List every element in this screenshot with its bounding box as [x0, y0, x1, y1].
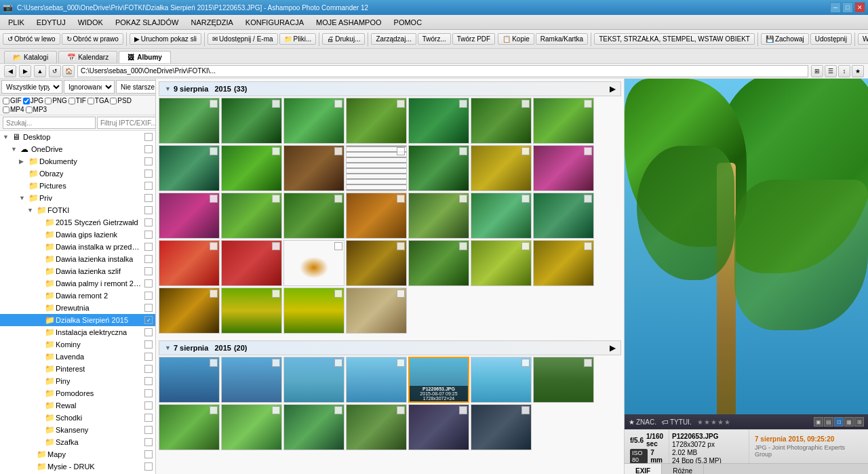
menu-plik[interactable]: PLIK: [3, 17, 30, 28]
minimize-button[interactable]: ─: [830, 2, 841, 13]
thumbnail-item[interactable]: [471, 98, 532, 144]
thumbnail-item[interactable]: [346, 240, 407, 286]
search-input[interactable]: [3, 117, 96, 129]
thumbnail-item[interactable]: [346, 193, 407, 239]
tree-checkbox[interactable]: [144, 353, 153, 361]
thumbnail-area[interactable]: ▼ 9 sierpnia 2015 (33) ▶: [156, 79, 624, 474]
tab-exif[interactable]: EXIF: [625, 464, 662, 474]
jpg-checkbox[interactable]: [23, 98, 30, 104]
thumbnail-item[interactable]: [283, 240, 344, 286]
thumb-checkbox[interactable]: [210, 290, 218, 298]
tree-item-piny[interactable]: 📁 Piny: [0, 375, 155, 387]
thumbnail-item[interactable]: [408, 240, 469, 286]
tif-checkbox-label[interactable]: TIF: [68, 97, 86, 104]
menu-ashampoo[interactable]: MOJE ASHAMPOO: [311, 17, 387, 28]
thumbnail-item[interactable]: [159, 357, 220, 403]
tree-checkbox[interactable]: ✓: [144, 316, 153, 324]
gif-checkbox-label[interactable]: GIF: [3, 97, 22, 104]
tree-item-dawia5[interactable]: 📁 Dawia palmy i remont 2015: [0, 277, 155, 290]
tree-item-pictures[interactable]: 📁 Pictures: [0, 180, 155, 192]
date-header-1[interactable]: ▼ 9 sierpnia 2015 (33) ▶: [159, 81, 621, 96]
thumb-checkbox[interactable]: [272, 406, 280, 414]
create-pdf-button[interactable]: Twórz PDF: [452, 33, 495, 45]
mp4-checkbox[interactable]: [3, 106, 9, 113]
thumbnail-item[interactable]: [346, 404, 407, 450]
menu-narzedzia[interactable]: NARZĘDZIA: [185, 17, 238, 28]
mp4-checkbox-label[interactable]: MP4: [3, 106, 24, 113]
tree-item-desktop[interactable]: ▼ 🖥 Desktop: [0, 131, 155, 143]
thumb-checkbox[interactable]: [521, 242, 530, 250]
home-button[interactable]: 🏠: [62, 65, 75, 77]
save-button[interactable]: 💾 Zachowaj: [761, 33, 809, 45]
thumbnail-item[interactable]: [221, 404, 282, 450]
view-btn-2[interactable]: ▤: [824, 417, 833, 427]
tree-checkbox[interactable]: [144, 170, 153, 178]
menu-pomoc[interactable]: POMOC: [389, 17, 428, 28]
files-button[interactable]: 📁 Pliki...: [279, 33, 317, 45]
thumbnail-item[interactable]: [408, 193, 469, 239]
tree-item-dzialka[interactable]: 📁 Działka Sierpień 2015 ✓: [0, 314, 155, 326]
thumb-checkbox[interactable]: [584, 147, 592, 155]
titlebar-controls[interactable]: ─ □ ✕: [830, 2, 865, 13]
thumb-checkbox[interactable]: [334, 290, 342, 298]
tree-checkbox[interactable]: [144, 389, 153, 397]
thumb-checkbox[interactable]: [459, 406, 467, 414]
tree-checkbox[interactable]: [144, 231, 153, 239]
view-btn-3[interactable]: ⊡: [834, 417, 844, 427]
thumbnail-item[interactable]: [471, 193, 532, 239]
star-3[interactable]: ★: [711, 418, 717, 426]
tree-item-dawia6[interactable]: 📁 Dawia remont 2: [0, 290, 155, 302]
manage-button[interactable]: Zarządzaj...: [371, 33, 416, 45]
thumbnail-item[interactable]: [283, 288, 344, 334]
thumbnail-item[interactable]: [346, 357, 407, 403]
star-5[interactable]: ★: [724, 418, 730, 426]
tree-item-fotki[interactable]: ▼ 📁 FOTKI: [0, 204, 155, 216]
tree-checkbox[interactable]: [144, 340, 153, 349]
tree-item-dawia4[interactable]: 📁 Dawia łazienka szlif: [0, 265, 155, 277]
tree-checkbox[interactable]: [144, 304, 153, 312]
thumb-checkbox[interactable]: [210, 359, 218, 367]
grid-view-icon[interactable]: ⊞: [811, 65, 823, 77]
tree-checkbox[interactable]: [144, 255, 153, 263]
thumbnail-item[interactable]: [533, 240, 594, 286]
tree-checkbox[interactable]: [144, 157, 153, 165]
slideshow-button[interactable]: ▶ Uruchom pokaz sli: [130, 33, 201, 45]
tree-checkbox[interactable]: [144, 267, 153, 275]
tree-checkbox[interactable]: [144, 450, 153, 458]
thumbnail-selected[interactable]: P1220653.JPG 2015-08-07 09:25 1728x3072×…: [408, 357, 469, 403]
thumbnail-item[interactable]: [346, 288, 407, 334]
forward-button[interactable]: ▶: [19, 65, 31, 77]
thumb-checkbox[interactable]: [397, 195, 405, 203]
back-button[interactable]: ◀: [4, 65, 16, 77]
thumb-checkbox[interactable]: [459, 195, 467, 203]
tree-checkbox[interactable]: [144, 438, 153, 446]
thumbnail-item[interactable]: [408, 145, 469, 191]
preview-area[interactable]: [625, 79, 868, 414]
tree-checkbox[interactable]: [144, 462, 153, 471]
tree-checkbox[interactable]: [144, 414, 153, 422]
view-btn-4[interactable]: ▦: [844, 417, 854, 427]
print-button[interactable]: 🖨 Drukuj...: [322, 33, 365, 45]
tree-checkbox[interactable]: [144, 206, 153, 214]
thumbnail-item[interactable]: [159, 240, 220, 286]
tab-rozne[interactable]: Różne: [662, 464, 704, 474]
thumbnail-item[interactable]: [159, 288, 220, 334]
tab-albumy[interactable]: 🖼 Albumy: [119, 51, 171, 63]
thumb-checkbox[interactable]: [272, 147, 280, 155]
tytui-button[interactable]: 🏷 TYTUI.: [662, 418, 692, 426]
thumbnail-item[interactable]: [533, 193, 594, 239]
thumbnail-item[interactable]: [221, 145, 282, 191]
thumbnail-item[interactable]: [221, 193, 282, 239]
thumbnail-item[interactable]: [346, 98, 407, 144]
view-fix-button[interactable]: WIDOK, POPRAW, NAPRAW ZDJĘCIE: [858, 33, 868, 45]
thumb-checkbox[interactable]: [272, 195, 280, 203]
thumb-checkbox[interactable]: [459, 100, 467, 108]
thumb-checkbox[interactable]: [584, 242, 592, 250]
tree-item-dawia1[interactable]: 📁 Dawia gips łazienk: [0, 229, 155, 241]
tree-item-obrazy[interactable]: 📁 Obrazy: [0, 167, 155, 180]
tree-checkbox[interactable]: [144, 279, 153, 288]
date-select[interactable]: Nie starsze niż...: [116, 80, 156, 94]
thumb-checkbox[interactable]: [272, 100, 280, 108]
znac-button[interactable]: ★ ZNAC.: [629, 418, 656, 426]
refresh-button[interactable]: ↺: [49, 65, 61, 77]
